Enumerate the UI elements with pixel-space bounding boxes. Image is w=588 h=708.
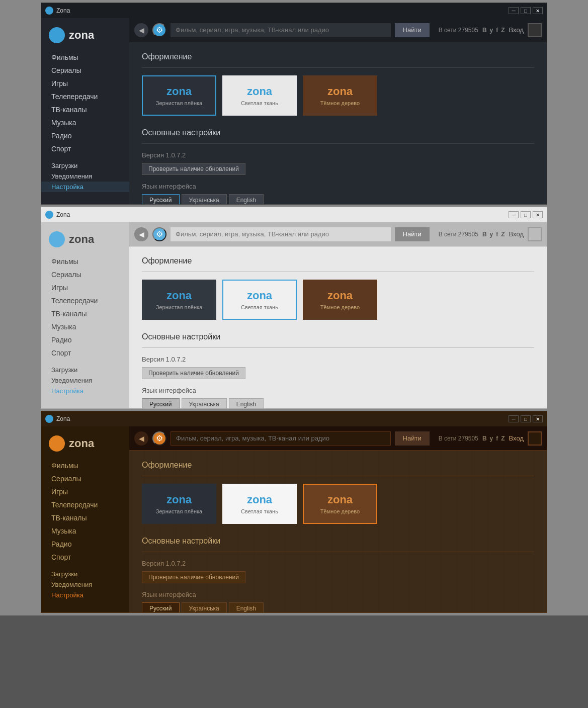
nav-serials-3[interactable]: Сериалы <box>41 472 129 485</box>
lang-en-1[interactable]: English <box>229 194 264 204</box>
social-y-2[interactable]: y <box>490 231 493 238</box>
online-info-3: В сети 279505 <box>439 435 478 442</box>
nav-radio-2[interactable]: Радио <box>41 333 129 346</box>
maximize-btn-2[interactable]: □ <box>521 211 531 218</box>
lang-uk-3[interactable]: Українська <box>182 602 227 612</box>
main-content-1: Оформление zona Зернистая плёнка zona Св… <box>129 42 547 204</box>
minimize-btn-1[interactable]: ─ <box>509 7 519 14</box>
nav-games-3[interactable]: Игры <box>41 485 129 498</box>
minimize-btn-3[interactable]: ─ <box>509 415 519 422</box>
social-b-3[interactable]: B <box>482 435 487 442</box>
minimize-btn-2[interactable]: ─ <box>509 211 519 218</box>
close-btn-1[interactable]: ✕ <box>533 7 543 14</box>
theme-grainy-3[interactable]: zona Зернистая плёнка <box>142 484 216 524</box>
nav-films-3[interactable]: Фильмы <box>41 459 129 472</box>
social-y-1[interactable]: y <box>490 27 493 34</box>
lang-ru-3[interactable]: Русский <box>142 602 180 612</box>
theme-wood-3[interactable]: zona Тёмное дерево <box>303 484 377 524</box>
nav-tv-channels-1[interactable]: ТВ-каналы <box>41 103 129 116</box>
nav-sport-2[interactable]: Спорт <box>41 346 129 360</box>
lang-uk-2[interactable]: Українська <box>182 398 227 408</box>
nav-tv-channels-3[interactable]: ТВ-каналы <box>41 511 129 524</box>
nav-tv-channels-2[interactable]: ТВ-каналы <box>41 307 129 320</box>
social-z-3[interactable]: Z <box>501 435 505 442</box>
back-btn-2[interactable]: ◀ <box>134 227 148 241</box>
nav-sport-3[interactable]: Спорт <box>41 551 129 564</box>
social-y-3[interactable]: y <box>490 435 493 442</box>
nav-downloads-1[interactable]: Загрузки <box>41 160 129 171</box>
lang-uk-1[interactable]: Українська <box>182 194 227 204</box>
social-b-1[interactable]: B <box>482 27 487 34</box>
nav-music-1[interactable]: Музыка <box>41 116 129 129</box>
nav-films-1[interactable]: Фильмы <box>41 51 129 64</box>
divider-3a <box>142 476 534 476</box>
nav-tv-shows-2[interactable]: Телепередачи <box>41 294 129 307</box>
search-btn-3[interactable]: Найти <box>395 431 430 446</box>
theme-light-3[interactable]: zona Светлая ткань <box>222 484 297 524</box>
settings-icon-2[interactable]: ⚙ <box>152 227 166 241</box>
update-btn-1[interactable]: Проверить наличие обновлений <box>142 163 245 175</box>
search-input-2[interactable] <box>171 227 391 241</box>
settings-icon-1[interactable]: ⚙ <box>152 23 166 37</box>
nav-sport-1[interactable]: Спорт <box>41 142 129 155</box>
nav-music-2[interactable]: Музыка <box>41 320 129 333</box>
close-btn-2[interactable]: ✕ <box>533 211 543 218</box>
search-input-3[interactable] <box>171 431 391 446</box>
settings-icon-3[interactable]: ⚙ <box>152 431 166 446</box>
all-windows: Zona ─ □ ✕ zona Фильмы Сериалы Игры Теле… <box>0 0 588 615</box>
nav-settings-3[interactable]: Настройка <box>41 590 129 600</box>
social-f-2[interactable]: f <box>496 231 498 238</box>
login-btn-1[interactable]: Вход <box>509 26 524 34</box>
social-b-2[interactable]: B <box>482 231 487 238</box>
back-btn-3[interactable]: ◀ <box>134 431 148 446</box>
update-btn-3[interactable]: Проверить наличие обновлений <box>142 571 245 583</box>
nav-settings-1[interactable]: Настройка <box>41 182 129 192</box>
lang-ru-1[interactable]: Русский <box>142 194 180 204</box>
nav-downloads-3[interactable]: Загрузки <box>41 569 129 579</box>
update-btn-2[interactable]: Проверить наличие обновлений <box>142 367 245 379</box>
nav-radio-1[interactable]: Радио <box>41 129 129 142</box>
nav-games-1[interactable]: Игры <box>41 77 129 90</box>
nav-notifications-3[interactable]: Уведомления <box>41 579 129 590</box>
social-f-1[interactable]: f <box>496 27 498 34</box>
search-btn-2[interactable]: Найти <box>395 227 430 241</box>
nav-tv-shows-1[interactable]: Телепередачи <box>41 90 129 103</box>
social-z-2[interactable]: Z <box>501 231 505 238</box>
maximize-btn-1[interactable]: □ <box>521 7 531 14</box>
login-btn-2[interactable]: Вход <box>509 230 524 238</box>
search-input-1[interactable] <box>171 23 391 37</box>
theme-wood-2[interactable]: zona Тёмное дерево <box>303 280 377 320</box>
theme-wood-1[interactable]: zona Тёмное дерево <box>303 75 377 116</box>
theme-light-2[interactable]: zona Светлая ткань <box>222 280 297 320</box>
nav-serials-2[interactable]: Сериалы <box>41 268 129 281</box>
theme-light-1[interactable]: zona Светлая ткань <box>222 75 297 116</box>
search-btn-1[interactable]: Найти <box>395 23 430 37</box>
nav-radio-3[interactable]: Радио <box>41 538 129 551</box>
title-bar-2: Zona ─ □ ✕ <box>41 207 547 222</box>
nav-notifications-1[interactable]: Уведомления <box>41 171 129 182</box>
lang-en-3[interactable]: English <box>229 602 264 612</box>
nav-downloads-2[interactable]: Загрузки <box>41 365 129 375</box>
avatar-btn-2[interactable] <box>528 227 542 241</box>
theme-grainy-2[interactable]: zona Зернистая плёнка <box>142 280 216 320</box>
avatar-btn-1[interactable] <box>528 23 542 37</box>
close-btn-3[interactable]: ✕ <box>533 415 543 422</box>
nav-settings-2[interactable]: Настройка <box>41 386 129 396</box>
maximize-btn-3[interactable]: □ <box>521 415 531 422</box>
nav-films-2[interactable]: Фильмы <box>41 255 129 268</box>
back-btn-1[interactable]: ◀ <box>134 23 148 37</box>
social-z-1[interactable]: Z <box>501 27 505 34</box>
nav-tv-shows-3[interactable]: Телепередачи <box>41 498 129 511</box>
nav-games-2[interactable]: Игры <box>41 281 129 294</box>
nav-music-3[interactable]: Музыка <box>41 524 129 538</box>
lang-en-2[interactable]: English <box>229 398 264 408</box>
nav-serials-1[interactable]: Сериалы <box>41 64 129 77</box>
social-f-3[interactable]: f <box>496 435 498 442</box>
lang-ru-2[interactable]: Русский <box>142 398 180 408</box>
nav-notifications-2[interactable]: Уведомления <box>41 375 129 386</box>
avatar-btn-3[interactable] <box>528 431 542 446</box>
theme-grainy-1[interactable]: zona Зернистая плёнка <box>142 75 216 116</box>
right-panel-1: ◀ ⚙ Найти В сети 279505 B y f Z Вход <box>129 18 547 204</box>
login-btn-3[interactable]: Вход <box>509 434 524 442</box>
theme-cards-2: zona Зернистая плёнка zona Светлая ткань… <box>142 280 534 320</box>
